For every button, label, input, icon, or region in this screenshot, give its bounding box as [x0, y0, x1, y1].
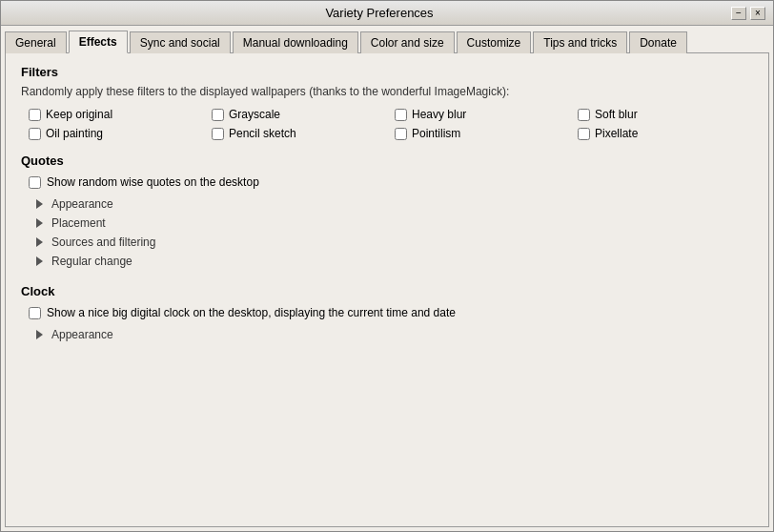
clock-show-label: Show a nice big digital clock on the des… — [47, 306, 456, 319]
tab-sync-social[interactable]: Sync and social — [130, 31, 231, 53]
window-controls: − × — [731, 7, 765, 20]
tabs-bar: General Effects Sync and social Manual d… — [1, 26, 773, 52]
filters-grid: Keep original Grayscale Heavy blur Soft … — [21, 108, 753, 140]
filters-section: Filters Randomly apply these filters to … — [21, 65, 753, 140]
filter-pencil-sketch-checkbox[interactable] — [212, 128, 224, 140]
clock-appearance-label: Appearance — [51, 328, 113, 341]
quotes-sources-label: Sources and filtering — [51, 235, 155, 249]
filter-pointilism[interactable]: Pointilism — [395, 127, 570, 140]
title-bar: Variety Preferences − × — [1, 1, 773, 26]
filter-pencil-sketch[interactable]: Pencil sketch — [212, 127, 387, 140]
quotes-show-label: Show random wise quotes on the desktop — [47, 175, 259, 189]
filter-keep-original-label: Keep original — [46, 108, 112, 121]
filter-oil-painting[interactable]: Oil painting — [29, 127, 204, 140]
filter-soft-blur[interactable]: Soft blur — [578, 108, 753, 121]
filter-heavy-blur-checkbox[interactable] — [395, 109, 407, 121]
expand-arrow-sources — [36, 237, 43, 247]
tab-effects[interactable]: Effects — [69, 31, 128, 53]
tab-customize[interactable]: Customize — [457, 31, 532, 53]
quotes-expand-appearance[interactable]: Appearance — [21, 194, 753, 214]
filters-title: Filters — [21, 65, 753, 79]
clock-title: Clock — [21, 284, 753, 298]
window-title: Variety Preferences — [28, 6, 731, 20]
filter-oil-painting-label: Oil painting — [46, 127, 103, 140]
expand-arrow-placement — [36, 218, 43, 228]
clock-section: Clock Show a nice big digital clock on t… — [21, 284, 753, 344]
tab-donate[interactable]: Donate — [629, 31, 687, 53]
filter-pointilism-checkbox[interactable] — [395, 128, 407, 140]
quotes-regular-change-label: Regular change — [51, 255, 132, 268]
filter-soft-blur-label: Soft blur — [595, 108, 638, 121]
tab-content: Filters Randomly apply these filters to … — [5, 52, 769, 527]
filter-grayscale-label: Grayscale — [229, 108, 280, 121]
clock-expand-arrow-appearance — [36, 330, 43, 339]
clock-show-checkbox[interactable] — [29, 307, 41, 319]
quotes-expand-sources[interactable]: Sources and filtering — [21, 233, 753, 252]
minimize-button[interactable]: − — [731, 7, 746, 20]
quotes-title: Quotes — [21, 153, 753, 168]
quotes-expand-placement[interactable]: Placement — [21, 214, 753, 233]
filters-description: Randomly apply these filters to the disp… — [21, 85, 753, 98]
expand-arrow-regular-change — [36, 256, 43, 266]
filter-pixellate-label: Pixellate — [595, 127, 638, 140]
quotes-show-row: Show random wise quotes on the desktop — [21, 175, 753, 189]
tab-manual-downloading[interactable]: Manual downloading — [233, 31, 358, 53]
tab-general[interactable]: General — [5, 31, 67, 53]
expand-arrow-appearance — [36, 199, 43, 209]
filter-keep-original-checkbox[interactable] — [29, 109, 41, 121]
quotes-expand-regular-change[interactable]: Regular change — [21, 252, 753, 271]
filter-grayscale-checkbox[interactable] — [212, 109, 224, 121]
quotes-section: Quotes Show random wise quotes on the de… — [21, 153, 753, 271]
quotes-placement-label: Placement — [51, 216, 106, 230]
filter-pixellate[interactable]: Pixellate — [578, 127, 753, 140]
filter-oil-painting-checkbox[interactable] — [29, 128, 41, 140]
clock-show-row: Show a nice big digital clock on the des… — [21, 306, 753, 319]
tab-tips-tricks[interactable]: Tips and tricks — [533, 31, 627, 53]
filter-pointilism-label: Pointilism — [412, 127, 460, 140]
filter-keep-original[interactable]: Keep original — [29, 108, 204, 121]
close-button[interactable]: × — [750, 7, 765, 20]
filter-pencil-sketch-label: Pencil sketch — [229, 127, 296, 140]
filter-soft-blur-checkbox[interactable] — [578, 109, 590, 121]
filter-heavy-blur-label: Heavy blur — [412, 108, 466, 121]
filter-grayscale[interactable]: Grayscale — [212, 108, 387, 121]
main-window: Variety Preferences − × General Effects … — [0, 0, 774, 532]
tab-color-size[interactable]: Color and size — [360, 31, 455, 53]
quotes-show-checkbox[interactable] — [29, 176, 41, 189]
filter-pixellate-checkbox[interactable] — [578, 128, 590, 140]
clock-expand-appearance[interactable]: Appearance — [21, 325, 753, 344]
filter-heavy-blur[interactable]: Heavy blur — [395, 108, 570, 121]
quotes-appearance-label: Appearance — [51, 197, 113, 211]
